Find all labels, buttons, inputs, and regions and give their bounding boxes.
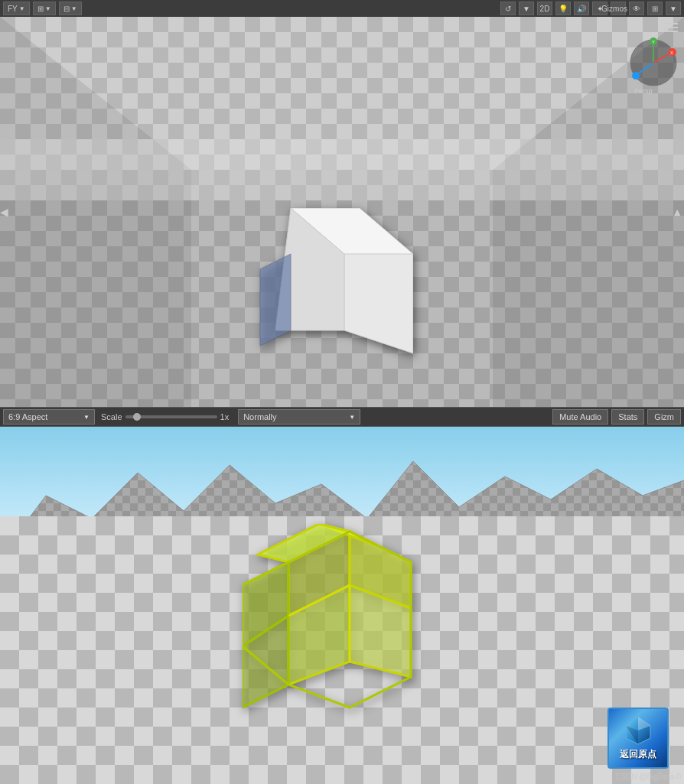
2d-label: 2D: [540, 5, 550, 13]
svg-text:Persp: Persp: [634, 87, 653, 95]
scene-panel: Y X Persp ▲ ◀: [0, 17, 684, 407]
layout-button[interactable]: ⊟ ▼: [59, 2, 82, 15]
return-to-origin-button[interactable]: 返回原点: [607, 708, 669, 769]
layout-arrow: ▼: [71, 5, 77, 12]
nav-up-arrow[interactable]: ▲: [672, 206, 682, 218]
return-diamond-icon: [623, 715, 653, 746]
game-cube: [243, 524, 457, 723]
scene-hamburger-menu[interactable]: [664, 23, 678, 32]
svg-rect-8: [0, 139, 684, 200]
refresh-arrow-button[interactable]: ▼: [519, 2, 534, 15]
audio-button[interactable]: 🔊: [574, 2, 589, 15]
svg-text:Y: Y: [652, 40, 655, 44]
game-toolbar: 6:9 Aspect ▼ Scale 1x Normally ▼ Mute Au…: [0, 407, 684, 427]
2d-button[interactable]: 2D: [537, 2, 552, 15]
scale-slider-thumb: [133, 413, 141, 421]
display-dropdown-arrow: ▼: [349, 414, 355, 421]
fy-button[interactable]: FY ▼: [3, 2, 30, 15]
scale-slider-wrap: 1x: [125, 412, 230, 421]
mute-audio-button[interactable]: Mute Audio: [552, 409, 608, 425]
fy-arrow: ▼: [19, 5, 25, 12]
svg-text:X: X: [670, 50, 673, 55]
gizmos-game-label: Gizm: [654, 412, 674, 421]
scale-value: 1x: [220, 412, 230, 421]
aspect-dropdown-arrow: ▼: [83, 414, 90, 421]
fy-label: FY: [8, 5, 18, 13]
svg-marker-12: [260, 254, 291, 346]
svg-point-21: [632, 72, 640, 80]
refresh-button[interactable]: ↺: [500, 2, 516, 15]
csdn-watermark: CSDN @BigData-0: [615, 773, 681, 781]
grid-button[interactable]: ⊞ ▼: [33, 2, 56, 15]
gizmo-widget[interactable]: Y X Persp: [627, 36, 680, 105]
watermark-text: CSDN @BigData-0: [615, 773, 681, 781]
game-panel: 返回原点 CSDN @BigData-0: [0, 427, 684, 784]
grid-icon: ⊞: [37, 5, 44, 13]
scene-nav-arrows: ▲: [672, 206, 682, 218]
stats-label: Stats: [618, 412, 637, 421]
scene-toolbar: FY ▼ ⊞ ▼ ⊟ ▼ ↺ ▼ 2D 💡 🔊 ✦ Gizmos▼ 👁 ⊞ ▼: [0, 0, 684, 17]
return-button-text: 返回原点: [620, 749, 656, 761]
gizmos-button[interactable]: Gizmos▼: [611, 2, 626, 15]
menu-line-2: [664, 27, 678, 28]
toolbar-right: ↺ ▼ 2D 💡 🔊 ✦ Gizmos▼ 👁 ⊞ ▼: [500, 2, 681, 15]
stats-button[interactable]: Stats: [611, 409, 644, 425]
scale-slider[interactable]: [125, 415, 217, 418]
scene-white-cube: [245, 208, 413, 361]
view-mode-button[interactable]: ⊞: [647, 2, 663, 15]
scene-left-arrow[interactable]: ◀: [0, 205, 8, 219]
gizmos-game-button[interactable]: Gizm: [647, 409, 681, 425]
grid-arrow: ▼: [45, 5, 51, 12]
light-button[interactable]: 💡: [555, 2, 571, 15]
eye-button[interactable]: 👁: [629, 2, 644, 15]
menu-line-3: [664, 31, 678, 32]
layout-icon: ⊟: [64, 5, 70, 13]
menu-line-1: [664, 23, 678, 24]
display-dropdown[interactable]: Normally ▼: [238, 409, 360, 425]
view-arrow-button[interactable]: ▼: [666, 2, 681, 15]
display-label: Normally: [243, 412, 276, 421]
mute-audio-label: Mute Audio: [559, 412, 601, 421]
aspect-label: 6:9 Aspect: [8, 412, 47, 421]
gizmos-label: Gizmos: [601, 5, 627, 13]
aspect-dropdown[interactable]: 6:9 Aspect ▼: [3, 409, 95, 425]
scale-label: Scale: [101, 412, 122, 421]
